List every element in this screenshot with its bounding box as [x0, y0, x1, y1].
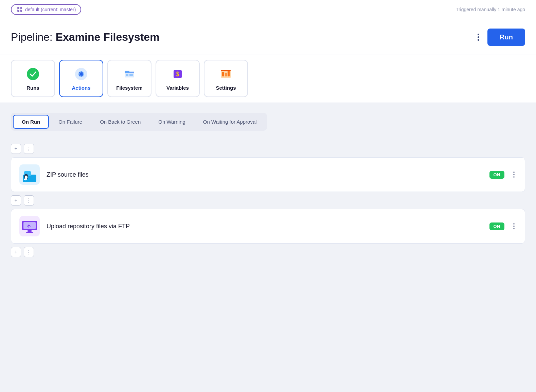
zip-status-badge: ON — [489, 171, 505, 179]
action-tab-on-run[interactable]: On Run — [13, 115, 49, 129]
upload-status-badge: ON — [489, 222, 505, 230]
tab-actions[interactable]: Actions — [59, 60, 103, 97]
add-row-bottom: + ⋮ — [11, 244, 525, 261]
pipeline-card-upload: Upload repository files via FTP ON — [11, 209, 525, 244]
dot3 — [478, 39, 479, 41]
action-tab-on-waiting[interactable]: On Waiting for Approval — [195, 115, 265, 129]
variables-icon: $ — [170, 67, 185, 82]
pipeline-area: + ⋮ ZIP source file — [11, 140, 525, 261]
upload-card-title: Upload repository files via FTP — [47, 223, 483, 230]
trigger-text: Triggered manually 1 minute ago — [456, 7, 525, 12]
svg-rect-17 — [222, 72, 224, 76]
page-header: Pipeline: Examine Filesystem Run — [0, 19, 536, 54]
zip-more-button[interactable] — [511, 170, 517, 180]
tab-filesystem[interactable]: Filesystem — [107, 60, 151, 97]
svg-point-1 — [20, 7, 22, 9]
action-tabs: On Run On Failure On Back to Green On Wa… — [11, 113, 267, 131]
tab-settings[interactable]: Settings — [204, 60, 248, 97]
settings-icon — [218, 67, 233, 82]
header-actions: Run — [475, 29, 525, 46]
svg-rect-13 — [129, 74, 133, 76]
zip-card-title: ZIP source files — [47, 171, 483, 178]
add-button-bottom[interactable]: + — [11, 247, 21, 257]
tab-actions-label: Actions — [72, 85, 90, 91]
svg-point-0 — [17, 7, 19, 9]
upload-icon — [19, 216, 40, 236]
add-button-top[interactable]: + — [11, 144, 21, 154]
zip-icon — [19, 164, 40, 185]
badge-text: default (current: master) — [25, 7, 76, 12]
svg-point-2 — [17, 10, 19, 12]
add-row-middle: + ⋮ — [11, 192, 525, 209]
actions-icon — [74, 67, 89, 82]
svg-point-3 — [20, 10, 22, 12]
svg-point-27 — [25, 176, 26, 176]
add-button-middle[interactable]: + — [11, 195, 21, 206]
dot1 — [478, 34, 479, 35]
icon-tabs: Runs Actions Filesystem $ Variables — [0, 54, 536, 103]
svg-rect-12 — [126, 74, 128, 76]
svg-rect-33 — [28, 230, 32, 232]
dots-button-middle[interactable]: ⋮ — [24, 195, 34, 206]
action-tab-on-back-to-green[interactable]: On Back to Green — [92, 115, 149, 129]
tab-runs[interactable]: Runs — [11, 60, 55, 97]
svg-text:$: $ — [176, 71, 179, 77]
topbar: default (current: master) Triggered manu… — [0, 0, 536, 19]
tab-variables-label: Variables — [166, 85, 189, 91]
svg-point-28 — [26, 176, 27, 176]
svg-rect-20 — [221, 70, 231, 71]
pipeline-card-zip: ZIP source files ON — [11, 157, 525, 192]
svg-point-8 — [27, 68, 39, 80]
dot2 — [478, 36, 479, 38]
add-row-top: + ⋮ — [11, 140, 525, 157]
tab-runs-label: Runs — [26, 85, 39, 91]
workflow-icon — [16, 6, 22, 13]
svg-rect-19 — [228, 71, 230, 76]
svg-rect-34 — [26, 232, 33, 233]
svg-rect-11 — [125, 71, 129, 73]
dots-button-bottom[interactable]: ⋮ — [24, 247, 34, 257]
svg-rect-18 — [225, 73, 227, 76]
svg-point-29 — [25, 177, 27, 177]
action-tab-on-warning[interactable]: On Warning — [150, 115, 193, 129]
page-title: Pipeline: Examine Filesystem — [11, 31, 160, 43]
more-menu-button[interactable] — [475, 31, 482, 43]
action-tab-on-failure[interactable]: On Failure — [50, 115, 90, 129]
main-content: On Run On Failure On Back to Green On Wa… — [0, 103, 536, 270]
runs-icon — [25, 67, 40, 82]
tab-variables[interactable]: $ Variables — [156, 60, 200, 97]
upload-more-button[interactable] — [511, 221, 517, 231]
tab-settings-label: Settings — [216, 85, 236, 91]
tab-filesystem-label: Filesystem — [116, 85, 143, 91]
run-button[interactable]: Run — [487, 29, 525, 46]
filesystem-icon — [122, 67, 137, 82]
pipeline-badge[interactable]: default (current: master) — [11, 4, 81, 15]
dots-button-top[interactable]: ⋮ — [24, 144, 34, 154]
